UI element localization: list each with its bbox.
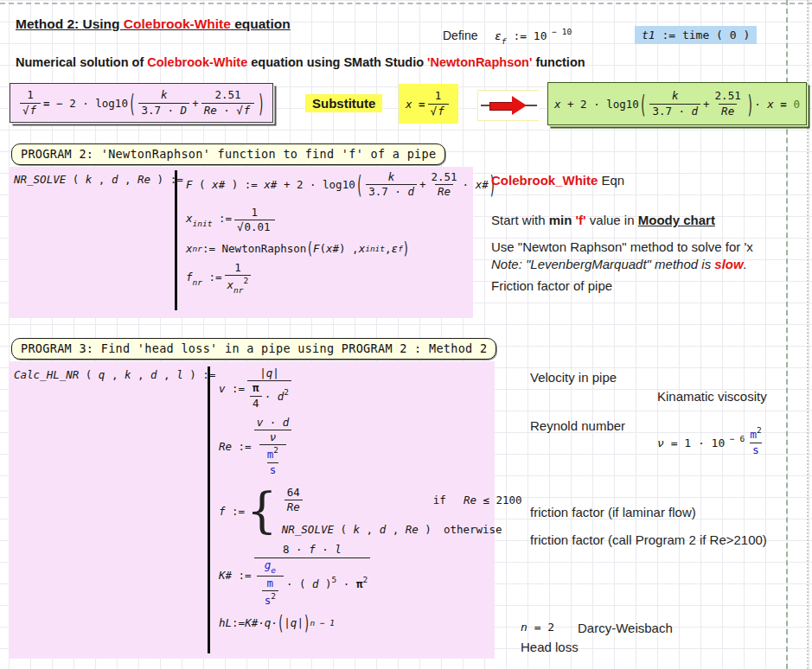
viscosity-value[interactable]: ν = 1 · 10 − 6 m2 s: [657, 425, 767, 458]
nu-expression: ν = 1 · 10 − 6: [657, 434, 745, 449]
note-darcy-weisbach[interactable]: Darcy-Weisbach: [578, 621, 673, 635]
program2-body: F ( x# ) := x# + 2 · log10 ( k3.7 · d + …: [175, 170, 496, 310]
right-paren: ): [747, 89, 754, 119]
program3-line-Re: Re := v · d ν m2s: [219, 416, 294, 477]
left-paren: (: [640, 89, 647, 119]
right-paren: ): [258, 88, 265, 118]
red-arrow-icon: [489, 102, 513, 111]
equation-start: x + 2 · log10: [554, 98, 639, 111]
define-label[interactable]: Define: [443, 29, 477, 42]
note-head-loss[interactable]: Head loss: [521, 640, 579, 654]
smath-worksheet-canvas[interactable]: Method 2: Using Colebrook-White equation…: [0, 0, 812, 669]
page-break-top-line: [0, 3, 812, 4]
left-paren: (: [129, 88, 136, 118]
program2-line-fnr: fnr := 1xnr2: [186, 261, 253, 296]
note-use-newton-raphson[interactable]: Use "Newton Raphson" method to solve for…: [491, 239, 753, 254]
fraction: 2.51 Re · √f: [201, 88, 255, 118]
t1-timer-definition[interactable]: t1 := time ( 0 ): [635, 26, 757, 44]
calc-hl-nr-signature: Calc_HL_NR ( q , k , d , l ) :=: [14, 368, 215, 381]
plus-sign: +: [192, 97, 199, 110]
note-colebrook-eqn[interactable]: Colebrook_White Eqn: [491, 173, 624, 188]
fraction: 1 √f: [20, 88, 41, 118]
subtitle[interactable]: Numerical solution of Colebrook-White eq…: [16, 55, 585, 69]
note-laminar-friction[interactable]: friction factor (if laminar flow): [530, 505, 696, 519]
note-turbulent-friction[interactable]: friction factor (call Program 2 if Re>21…: [530, 532, 767, 547]
note-reynolds-number[interactable]: Reynold number: [530, 418, 625, 433]
equation-middle: = − 2 · log10: [43, 97, 128, 110]
program3-region[interactable]: Calc_HL_NR ( q , k , d , l ) := v := |q|…: [9, 361, 495, 659]
program3-body: v := |q| π4 · d2 Re := v · d ν: [208, 366, 522, 653]
n-equals-2[interactable]: n = 2: [521, 621, 554, 634]
program3-line-v: v := |q| π4 · d2: [219, 366, 294, 411]
fraction: 1 √f: [428, 89, 449, 118]
program2-region[interactable]: NR_SOLVE ( k , d , Re ) := F ( x# ) := x…: [9, 167, 473, 318]
epsilon-f-definition[interactable]: εf := 10 − 10: [495, 27, 572, 46]
note-start-min-f[interactable]: Start with min 'f' value in Moody chart: [491, 213, 715, 227]
red-arrow-head: [512, 96, 527, 115]
plus-sign: +: [703, 98, 710, 111]
equation-end: · x = 0: [754, 98, 800, 111]
colebrook-white-equation-box[interactable]: 1 √f = − 2 · log10 ( k 3.7 · D + 2.51 Re…: [10, 83, 273, 123]
note-kinematic-viscosity[interactable]: Kinamatic viscosity: [657, 389, 767, 404]
program3-line-K: K# := 8 · f · l ge ms2 · ( d )5 · π2: [219, 543, 373, 608]
transformed-equation-box[interactable]: x + 2 · log10 ( k 3.7 · d + 2.51 Re ) · …: [547, 82, 807, 125]
fraction: 2.51 Re: [713, 89, 744, 118]
canvas-right-edge-line: [807, 0, 809, 669]
program2-header-box[interactable]: PROGRAM 2: 'NewtonRaphson' function to f…: [11, 143, 445, 165]
fraction: k 3.7 · d: [649, 89, 700, 118]
program2-line-F: F ( x# ) := x# + 2 · log10 ( k3.7 · d + …: [186, 170, 496, 200]
x-substitution-definition[interactable]: x = 1 √f: [399, 84, 458, 124]
note-friction-factor[interactable]: Friction factor of pipe: [491, 278, 612, 293]
implies-arrow-region[interactable]: [477, 90, 539, 121]
x-equals: x =: [406, 98, 425, 111]
program3-header-box[interactable]: PROGRAM 3: Find 'head loss' in a pipe us…: [11, 338, 496, 360]
fraction: k 3.7 · D: [138, 88, 189, 118]
program2-line-xnr: xnr := NewtonRaphson ( F ( x# ) , xinit …: [186, 242, 409, 255]
page-title[interactable]: Method 2: Using Colebrook-White equation: [16, 16, 291, 32]
units-fraction: m2 s: [747, 425, 764, 458]
substitute-label[interactable]: Substitute: [305, 94, 382, 112]
nr-solve-signature: NR_SOLVE ( k , d , Re ) :=: [14, 173, 183, 186]
note-velocity[interactable]: Velocity in pipe: [530, 370, 617, 385]
note-levenberg-slow[interactable]: Note: "LevenbergMarquadt" method is slow…: [491, 257, 747, 271]
program3-line-hL: hL := K# · q · ( |q| ) n − 1: [219, 616, 335, 629]
program2-line-xinit: xinit := 1√0.01: [186, 206, 278, 235]
program3-line-f: f := { 64Re if Re ≤ 2100 NR_SOLVE ( k , …: [219, 486, 522, 537]
